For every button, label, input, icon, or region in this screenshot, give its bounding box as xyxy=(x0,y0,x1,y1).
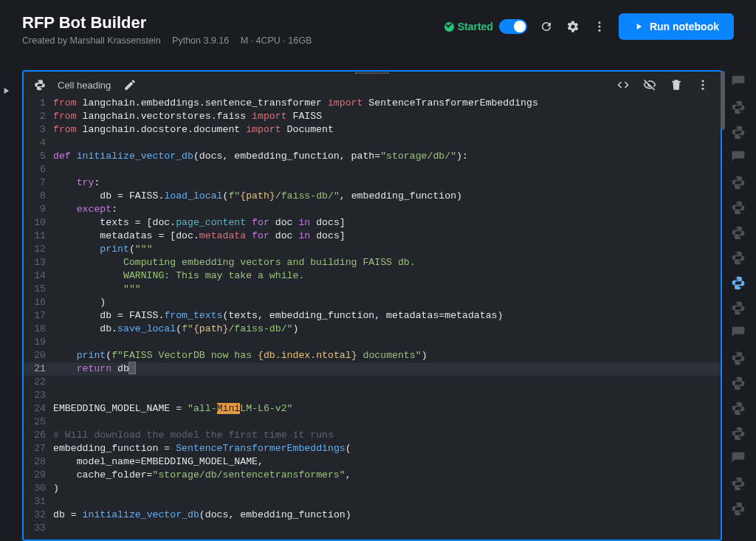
line-content[interactable]: db.save_local(f"{path}/faiss-db/") xyxy=(53,323,721,336)
vertical-scrollbar[interactable] xyxy=(721,71,725,130)
line-content[interactable] xyxy=(53,137,721,150)
rail-comment-icon[interactable] xyxy=(731,75,746,89)
line-content[interactable]: try: xyxy=(53,176,721,190)
line-content[interactable]: Computing embedding vectors and building… xyxy=(53,256,721,269)
rail-comment-icon[interactable] xyxy=(731,150,746,165)
code-line[interactable]: 18 db.save_local(f"{path}/faiss-db/") xyxy=(24,323,721,336)
code-line[interactable]: 17 db = FAISS.from_texts(texts, embeddin… xyxy=(24,309,721,323)
line-content[interactable] xyxy=(53,389,721,402)
cell-heading-label[interactable]: Cell heading xyxy=(58,80,111,91)
code-line[interactable]: 21 return db xyxy=(24,362,721,376)
code-view-icon[interactable] xyxy=(616,77,630,92)
code-line[interactable]: 4 xyxy=(24,137,721,150)
code-line[interactable]: 2from langchain.vectorstores.faiss impor… xyxy=(24,110,721,123)
line-content[interactable]: def initialize_vector_db(docs, embedding… xyxy=(53,150,721,163)
line-content[interactable]: db = initialize_vector_db(docs, embeddin… xyxy=(53,509,721,522)
code-line[interactable]: 24EMBEDDING_MODEL_NAME = "all-MiniLM-L6-… xyxy=(24,402,721,416)
line-content[interactable]: print(f"FAISS VectorDB now has {db.index… xyxy=(53,349,721,362)
rail-python-icon[interactable] xyxy=(731,351,746,365)
code-line[interactable]: 15 """ xyxy=(24,283,721,296)
code-line[interactable]: 20 print(f"FAISS VectorDB now has {db.in… xyxy=(24,349,721,362)
rail-python-icon[interactable] xyxy=(731,401,746,416)
line-content[interactable]: except: xyxy=(53,203,721,216)
code-line[interactable]: 10 texts = [doc.page_content for doc in … xyxy=(24,216,721,230)
code-line[interactable]: 12 print(""" xyxy=(24,243,721,256)
code-line[interactable]: 31 xyxy=(24,495,721,509)
rail-python-icon[interactable] xyxy=(731,225,746,240)
line-content[interactable]: texts = [doc.page_content for doc in doc… xyxy=(53,216,721,230)
delete-cell-icon[interactable] xyxy=(669,77,684,92)
code-line[interactable]: 14 WARNING: This may take a while. xyxy=(24,269,721,283)
code-line[interactable]: 8 db = FAISS.load_local(f"{path}/faiss-d… xyxy=(24,190,721,203)
line-content[interactable]: embedding_function = SentenceTransformer… xyxy=(53,442,721,455)
line-content[interactable] xyxy=(53,416,721,429)
edit-heading-icon[interactable] xyxy=(123,77,137,92)
code-line[interactable]: 29 cache_folder="storage/db/sentencetran… xyxy=(24,469,721,482)
rail-python-icon[interactable] xyxy=(731,275,746,290)
line-content[interactable] xyxy=(53,376,721,389)
code-line[interactable]: 25 xyxy=(24,416,721,429)
line-content[interactable]: from langchain.embeddings.sentence_trans… xyxy=(53,97,721,110)
rail-comment-icon[interactable] xyxy=(731,325,746,340)
code-line[interactable]: 13 Computing embedding vectors and build… xyxy=(24,256,721,269)
code-line[interactable]: 27embedding_function = SentenceTransform… xyxy=(24,442,721,455)
rail-python-icon[interactable] xyxy=(731,501,746,516)
line-content[interactable]: # Will download the model the first time… xyxy=(53,429,721,442)
code-line[interactable]: 6 xyxy=(24,163,721,176)
code-line[interactable]: 22 xyxy=(24,376,721,389)
code-line[interactable]: 26# Will download the model the first ti… xyxy=(24,429,721,442)
line-content[interactable]: metadatas = [doc.metadata for doc in doc… xyxy=(53,230,721,243)
rail-python-icon[interactable] xyxy=(731,175,746,190)
visibility-off-icon[interactable] xyxy=(642,77,657,92)
line-content[interactable] xyxy=(53,495,721,509)
line-content[interactable] xyxy=(53,163,721,176)
code-line[interactable]: 28 model_name=EMBEDDING_MODEL_NAME, xyxy=(24,455,721,469)
cell-minimap-rail[interactable] xyxy=(728,70,749,541)
refresh-icon[interactable] xyxy=(539,19,554,34)
line-content[interactable]: ) xyxy=(53,296,721,309)
line-content[interactable]: WARNING: This may take a while. xyxy=(53,269,721,283)
code-line[interactable]: 33 xyxy=(24,522,721,535)
kernel-toggle[interactable] xyxy=(499,19,527,34)
run-notebook-button[interactable]: Run notebook xyxy=(619,13,734,40)
code-line[interactable]: 1from langchain.embeddings.sentence_tran… xyxy=(24,97,721,110)
code-line[interactable]: 19 xyxy=(24,336,721,349)
cell-more-icon[interactable] xyxy=(695,77,710,92)
rail-comment-icon[interactable] xyxy=(731,451,746,466)
code-line[interactable]: 23 xyxy=(24,389,721,402)
rail-python-icon[interactable] xyxy=(731,200,746,215)
rail-python-icon[interactable] xyxy=(731,100,746,114)
line-content[interactable]: return db xyxy=(53,362,721,376)
cell-language-icon[interactable] xyxy=(34,79,46,91)
code-line[interactable]: 9 except: xyxy=(24,203,721,216)
line-content[interactable]: from langchain.docstore.document import … xyxy=(53,123,721,137)
rail-python-icon[interactable] xyxy=(731,300,746,315)
rail-python-icon[interactable] xyxy=(731,125,746,139)
code-editor[interactable]: 1from langchain.embeddings.sentence_tran… xyxy=(24,97,721,540)
code-line[interactable]: 30) xyxy=(24,482,721,495)
line-content[interactable]: db = FAISS.load_local(f"{path}/faiss-db/… xyxy=(53,190,721,203)
settings-icon[interactable] xyxy=(566,19,580,34)
code-line[interactable]: 16 ) xyxy=(24,296,721,309)
code-line[interactable]: 32db = initialize_vector_db(docs, embedd… xyxy=(24,509,721,522)
line-content[interactable] xyxy=(53,336,721,349)
line-content[interactable]: db = FAISS.from_texts(texts, embedding_f… xyxy=(53,309,721,323)
line-content[interactable]: ) xyxy=(53,482,721,495)
more-icon[interactable] xyxy=(592,19,607,34)
line-content[interactable]: from langchain.vectorstores.faiss import… xyxy=(53,110,721,123)
line-content[interactable]: model_name=EMBEDDING_MODEL_NAME, xyxy=(53,455,721,469)
code-line[interactable]: 7 try: xyxy=(24,176,721,190)
collapse-gutter-icon[interactable] xyxy=(1,86,11,97)
line-content[interactable]: cache_folder="storage/db/sentencetransfo… xyxy=(53,469,721,482)
line-content[interactable]: print(""" xyxy=(53,243,721,256)
rail-python-icon[interactable] xyxy=(731,376,746,390)
line-content[interactable]: """ xyxy=(53,283,721,296)
code-line[interactable]: 3from langchain.docstore.document import… xyxy=(24,123,721,137)
rail-python-icon[interactable] xyxy=(731,476,746,491)
code-cell[interactable]: Cell heading 1from langch xyxy=(22,70,722,541)
code-line[interactable]: 11 metadatas = [doc.metadata for doc in … xyxy=(24,230,721,243)
line-content[interactable]: EMBEDDING_MODEL_NAME = "all-MiniLM-L6-v2… xyxy=(53,402,721,416)
rail-python-icon[interactable] xyxy=(731,426,746,441)
line-content[interactable] xyxy=(53,522,721,535)
rail-python-icon[interactable] xyxy=(731,250,746,265)
